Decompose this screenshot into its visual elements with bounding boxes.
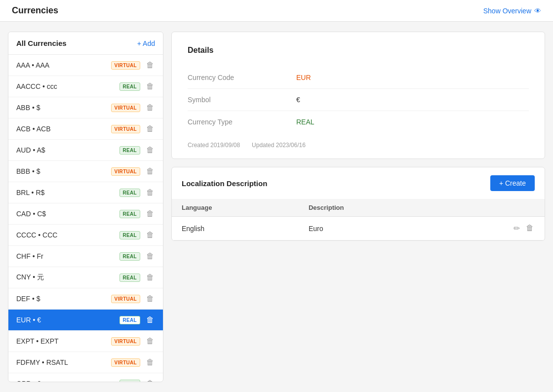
currency-type-badge: REAL	[119, 380, 140, 383]
currency-type-badge: REAL	[119, 274, 140, 282]
top-bar: Currencies Show Overview 👁	[0, 0, 553, 22]
currency-item[interactable]: ABB • $VIRTUAL🗑	[8, 97, 163, 118]
col-actions	[438, 199, 545, 217]
delete-currency-icon[interactable]: 🗑	[145, 336, 155, 347]
currency-item-name: BRL • R$	[16, 189, 119, 196]
delete-currency-icon[interactable]: 🗑	[145, 293, 155, 304]
currency-item-name: ABB • $	[16, 104, 111, 112]
currency-item[interactable]: CAD • C$REAL🗑	[8, 203, 163, 225]
currency-item[interactable]: DEF • $VIRTUAL🗑	[8, 288, 163, 310]
detail-row: Symbol€	[188, 89, 529, 111]
details-card: Details Currency CodeEURSymbol€Currency …	[171, 32, 545, 159]
localization-title: Localization Description	[182, 179, 267, 188]
currency-item[interactable]: AACCC • cccREAL🗑	[8, 76, 163, 97]
show-overview-link[interactable]: Show Overview 👁	[483, 7, 541, 15]
detail-label: Currency Code	[188, 74, 296, 81]
detail-row: Currency TypeREAL	[188, 111, 529, 133]
delete-currency-icon[interactable]: 🗑	[145, 187, 155, 198]
currency-item[interactable]: CNY • 元REAL🗑	[8, 267, 163, 288]
create-localization-button[interactable]: + Create	[490, 175, 535, 191]
eye-icon: 👁	[534, 7, 541, 15]
currency-item-name: EUR • €	[16, 316, 119, 324]
localization-row: EnglishEuro✏🗑	[172, 217, 545, 240]
currency-item[interactable]: EXPT • EXPTVIRTUAL🗑	[8, 331, 163, 352]
currency-item-name: DEF • $	[16, 295, 111, 303]
currency-item-name: CNY • 元	[16, 273, 119, 282]
currency-item[interactable]: CHF • FrREAL🗑	[8, 246, 163, 267]
currency-type-badge: VIRTUAL	[111, 61, 140, 70]
currency-type-badge: REAL	[119, 231, 140, 239]
localization-table: Language Description EnglishEuro✏🗑	[172, 199, 545, 240]
localization-language: English	[172, 217, 299, 240]
currency-item[interactable]: BBB • $VIRTUAL🗑	[8, 161, 163, 182]
currencies-sidebar: All Currencies + Add AAA • AAAVIRTUAL🗑AA…	[8, 32, 163, 382]
created-date: Created 2019/09/08	[188, 142, 240, 149]
currency-type-badge: VIRTUAL	[111, 104, 140, 112]
delete-currency-icon[interactable]: 🗑	[145, 378, 155, 382]
localization-actions: ✏🗑	[438, 217, 545, 240]
show-overview-label: Show Overview	[483, 7, 531, 15]
delete-currency-icon[interactable]: 🗑	[145, 314, 155, 325]
currency-item-name: GBP • £	[16, 380, 119, 382]
currency-type-badge: REAL	[119, 252, 140, 261]
sidebar-title: All Currencies	[16, 39, 67, 47]
currency-list: AAA • AAAVIRTUAL🗑AACCC • cccREAL🗑ABB • $…	[8, 55, 163, 382]
page-title: Currencies	[12, 5, 58, 16]
localization-header: Localization Description + Create	[172, 167, 545, 199]
detail-value: €	[296, 96, 300, 104]
delete-currency-icon[interactable]: 🗑	[145, 81, 155, 92]
col-language: Language	[172, 199, 299, 217]
currency-item-name: AACCC • ccc	[16, 82, 119, 90]
delete-currency-icon[interactable]: 🗑	[145, 166, 155, 177]
details-panel: Details Currency CodeEURSymbol€Currency …	[171, 32, 545, 382]
currency-item[interactable]: BRL • R$REAL🗑	[8, 182, 163, 203]
currency-type-badge: VIRTUAL	[111, 358, 140, 367]
delete-currency-icon[interactable]: 🗑	[145, 102, 155, 113]
sidebar-header: All Currencies + Add	[8, 32, 163, 55]
currency-type-badge: VIRTUAL	[111, 337, 140, 346]
currency-type-badge: REAL	[119, 210, 140, 218]
delete-currency-icon[interactable]: 🗑	[145, 357, 155, 368]
detail-label: Currency Type	[188, 118, 296, 126]
meta-info: Created 2019/09/08 Updated 2023/06/16	[188, 142, 529, 149]
currency-item[interactable]: GBP • £REAL🗑	[8, 373, 163, 382]
currency-type-badge: REAL	[119, 82, 140, 91]
currency-item-name: FDFMY • RSATL	[16, 358, 111, 366]
currency-item-name: ACB • ACB	[16, 125, 111, 133]
currency-item-name: CCCC • CCC	[16, 231, 119, 239]
currency-item[interactable]: EUR • €REAL🗑	[8, 310, 163, 331]
currency-type-badge: VIRTUAL	[111, 125, 140, 133]
currency-item-name: EXPT • EXPT	[16, 337, 111, 345]
currency-item-name: AUD • A$	[16, 146, 119, 154]
currency-type-badge: VIRTUAL	[111, 167, 140, 176]
delete-localization-icon[interactable]: 🗑	[525, 223, 535, 234]
localization-table-body: EnglishEuro✏🗑	[172, 217, 545, 240]
add-currency-button[interactable]: + Add	[137, 39, 155, 47]
currency-item-name: AAA • AAA	[16, 61, 111, 69]
currency-item[interactable]: CCCC • CCCREAL🗑	[8, 225, 163, 246]
currency-item[interactable]: AAA • AAAVIRTUAL🗑	[8, 55, 163, 76]
currency-item-name: CAD • C$	[16, 210, 119, 218]
details-title: Details	[188, 46, 529, 55]
delete-currency-icon[interactable]: 🗑	[145, 123, 155, 134]
delete-currency-icon[interactable]: 🗑	[145, 60, 155, 71]
delete-currency-icon[interactable]: 🗑	[145, 145, 155, 156]
delete-currency-icon[interactable]: 🗑	[145, 272, 155, 283]
delete-currency-icon[interactable]: 🗑	[145, 251, 155, 262]
delete-currency-icon[interactable]: 🗑	[145, 208, 155, 219]
updated-date: Updated 2023/06/16	[252, 142, 306, 149]
currency-item-name: BBB • $	[16, 167, 111, 175]
detail-row: Currency CodeEUR	[188, 67, 529, 89]
currency-item[interactable]: ACB • ACBVIRTUAL🗑	[8, 118, 163, 140]
detail-value: EUR	[296, 74, 311, 81]
delete-currency-icon[interactable]: 🗑	[145, 230, 155, 240]
detail-value: REAL	[296, 118, 315, 126]
currency-item[interactable]: AUD • A$REAL🗑	[8, 140, 163, 161]
currency-item[interactable]: FDFMY • RSATLVIRTUAL🗑	[8, 352, 163, 373]
currency-type-badge: REAL	[119, 316, 140, 324]
currency-type-badge: REAL	[119, 189, 140, 197]
edit-localization-icon[interactable]: ✏	[513, 223, 521, 234]
currency-item-name: CHF • Fr	[16, 252, 119, 260]
main-content: All Currencies + Add AAA • AAAVIRTUAL🗑AA…	[0, 22, 553, 392]
localization-description: Euro	[299, 217, 438, 240]
